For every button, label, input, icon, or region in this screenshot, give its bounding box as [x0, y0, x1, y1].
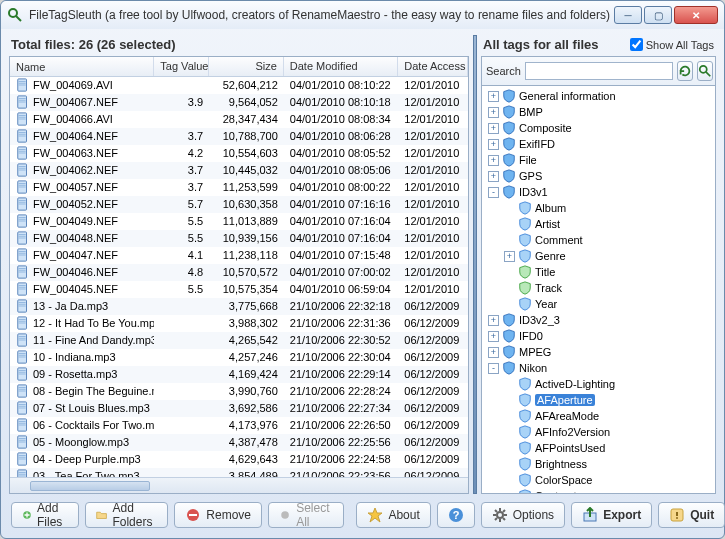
table-row[interactable]: FW_004052.NEF5.710,630,35804/01/2010 07:… [10, 196, 468, 213]
tree-item[interactable]: +ID3v2_3 [482, 312, 715, 328]
file-name: FW_004052.NEF [33, 198, 118, 210]
table-row[interactable]: 10 - Indiana.mp34,257,24621/10/2006 22:3… [10, 349, 468, 366]
table-row[interactable]: FW_004049.NEF5.511,013,88904/01/2010 07:… [10, 213, 468, 230]
scroll-thumb[interactable] [30, 481, 150, 491]
tree-item[interactable]: Track [482, 280, 715, 296]
table-row[interactable]: FW_004048.NEF5.510,939,15604/01/2010 07:… [10, 230, 468, 247]
tree-item[interactable]: Title [482, 264, 715, 280]
about-button[interactable]: About [356, 502, 430, 528]
expand-toggle[interactable]: + [488, 123, 499, 134]
tree-item[interactable]: Contrast [482, 488, 715, 494]
horizontal-scrollbar[interactable] [10, 477, 468, 493]
show-all-tags-checkbox[interactable]: Show All Tags [630, 38, 714, 51]
show-all-tags-input[interactable] [630, 38, 643, 51]
refresh-button[interactable] [677, 61, 693, 81]
quit-button[interactable]: Quit [658, 502, 725, 528]
export-button[interactable]: Export [571, 502, 652, 528]
table-row[interactable]: 08 - Begin The Beguine.mp33,990,76021/10… [10, 383, 468, 400]
table-row[interactable]: FW_004067.NEF3.99,564,05204/01/2010 08:1… [10, 94, 468, 111]
expand-toggle[interactable]: + [488, 331, 499, 342]
col-tag[interactable]: Tag Value [154, 57, 209, 76]
titlebar[interactable]: FileTagSleuth (a free tool by Ulfwood, c… [1, 1, 724, 29]
table-row[interactable]: 12 - It Had To Be You.mp33,988,30221/10/… [10, 315, 468, 332]
tree-item[interactable]: AFInfo2Version [482, 424, 715, 440]
expand-toggle[interactable]: + [488, 171, 499, 182]
tree-item[interactable]: Comment [482, 232, 715, 248]
search-input[interactable] [525, 62, 673, 80]
close-button[interactable]: ✕ [674, 6, 718, 24]
tree-item[interactable]: Year [482, 296, 715, 312]
expand-toggle[interactable]: + [488, 107, 499, 118]
expand-toggle[interactable]: + [488, 139, 499, 150]
select-all-button[interactable]: Select All [268, 502, 344, 528]
table-row[interactable]: FW_004069.AVI52,604,21204/01/2010 08:10:… [10, 77, 468, 94]
tree-item[interactable]: AFAperture [482, 392, 715, 408]
table-row[interactable]: FW_004063.NEF4.210,554,60304/01/2010 08:… [10, 145, 468, 162]
table-row[interactable]: FW_004066.AVI28,347,43404/01/2010 08:08:… [10, 111, 468, 128]
file-name: FW_004046.NEF [33, 266, 118, 278]
tree-item[interactable]: ColorSpace [482, 472, 715, 488]
tree-item[interactable]: -ID3v1 [482, 184, 715, 200]
add-folders-button[interactable]: Add Folders [85, 502, 168, 528]
cell-mod: 21/10/2006 22:31:36 [284, 316, 398, 330]
cell-size: 4,387,478 [209, 435, 284, 449]
col-name[interactable]: Name [10, 57, 154, 76]
table-row[interactable]: FW_004045.NEF5.510,575,35404/01/2010 06:… [10, 281, 468, 298]
file-grid[interactable]: Name Tag Value Size Date Modified Date A… [9, 56, 469, 494]
table-row[interactable]: FW_004062.NEF3.710,445,03204/01/2010 08:… [10, 162, 468, 179]
table-row[interactable]: FW_004047.NEF4.111,238,11804/01/2010 07:… [10, 247, 468, 264]
expand-toggle[interactable]: - [488, 363, 499, 374]
expand-toggle[interactable]: + [504, 251, 515, 262]
expand-toggle[interactable]: + [488, 91, 499, 102]
table-row[interactable]: FW_004057.NEF3.711,253,59904/01/2010 08:… [10, 179, 468, 196]
table-row[interactable]: 04 - Deep Purple.mp34,629,64321/10/2006 … [10, 451, 468, 468]
table-row[interactable]: 09 - Rosetta.mp34,169,42421/10/2006 22:2… [10, 366, 468, 383]
col-acc[interactable]: Date Access [398, 57, 468, 76]
table-row[interactable]: 03 - Tea For Two.mp33,854,48921/10/2006 … [10, 468, 468, 477]
minimize-button[interactable]: ─ [614, 6, 642, 24]
options-button[interactable]: Options [481, 502, 565, 528]
tree-item[interactable]: +BMP [482, 104, 715, 120]
table-row[interactable]: 07 - St Louis Blues.mp33,692,58621/10/20… [10, 400, 468, 417]
splitter[interactable] [473, 35, 477, 494]
tree-item[interactable]: Artist [482, 216, 715, 232]
expand-toggle[interactable]: + [488, 155, 499, 166]
table-row[interactable]: 05 - Moonglow.mp34,387,47821/10/2006 22:… [10, 434, 468, 451]
search-button[interactable] [697, 61, 713, 81]
tree-item[interactable]: Brightness [482, 456, 715, 472]
tags-tree[interactable]: +General information+BMP+Composite+ExifI… [481, 85, 716, 494]
tree-label: Album [535, 202, 566, 214]
tagb-icon [518, 201, 532, 215]
expand-toggle[interactable]: - [488, 187, 499, 198]
expand-toggle[interactable]: + [488, 347, 499, 358]
tree-item[interactable]: +General information [482, 88, 715, 104]
tree-item[interactable]: +MPEG [482, 344, 715, 360]
tree-item[interactable]: +Genre [482, 248, 715, 264]
remove-button[interactable]: Remove [174, 502, 262, 528]
table-row[interactable]: 13 - Ja Da.mp33,775,66821/10/2006 22:32:… [10, 298, 468, 315]
tree-item[interactable]: -Nikon [482, 360, 715, 376]
cell-tag: 4.8 [154, 265, 209, 279]
table-row[interactable]: FW_004046.NEF4.810,570,57204/01/2010 07:… [10, 264, 468, 281]
tree-item[interactable]: +File [482, 152, 715, 168]
col-size[interactable]: Size [209, 57, 284, 76]
cell-size: 10,445,032 [209, 163, 284, 177]
tree-item[interactable]: +IFD0 [482, 328, 715, 344]
add-files-button[interactable]: Add Files [11, 502, 79, 528]
table-row[interactable]: FW_004064.NEF3.710,788,70004/01/2010 08:… [10, 128, 468, 145]
tree-item[interactable]: +ExifIFD [482, 136, 715, 152]
tree-item[interactable]: AFPointsUsed [482, 440, 715, 456]
tree-item[interactable]: Album [482, 200, 715, 216]
tree-item[interactable]: AFAreaMode [482, 408, 715, 424]
grid-header[interactable]: Name Tag Value Size Date Modified Date A… [10, 57, 468, 77]
table-row[interactable]: 11 - Fine And Dandy.mp34,265,54221/10/20… [10, 332, 468, 349]
expand-toggle[interactable]: + [488, 315, 499, 326]
tree-item[interactable]: +GPS [482, 168, 715, 184]
maximize-button[interactable]: ▢ [644, 6, 672, 24]
tree-item[interactable]: ActiveD-Lighting [482, 376, 715, 392]
col-mod[interactable]: Date Modified [284, 57, 398, 76]
table-row[interactable]: 06 - Cocktails For Two.mp34,173,97621/10… [10, 417, 468, 434]
tree-item[interactable]: +Composite [482, 120, 715, 136]
help-button[interactable] [437, 502, 475, 528]
grid-body[interactable]: FW_004069.AVI52,604,21204/01/2010 08:10:… [10, 77, 468, 477]
